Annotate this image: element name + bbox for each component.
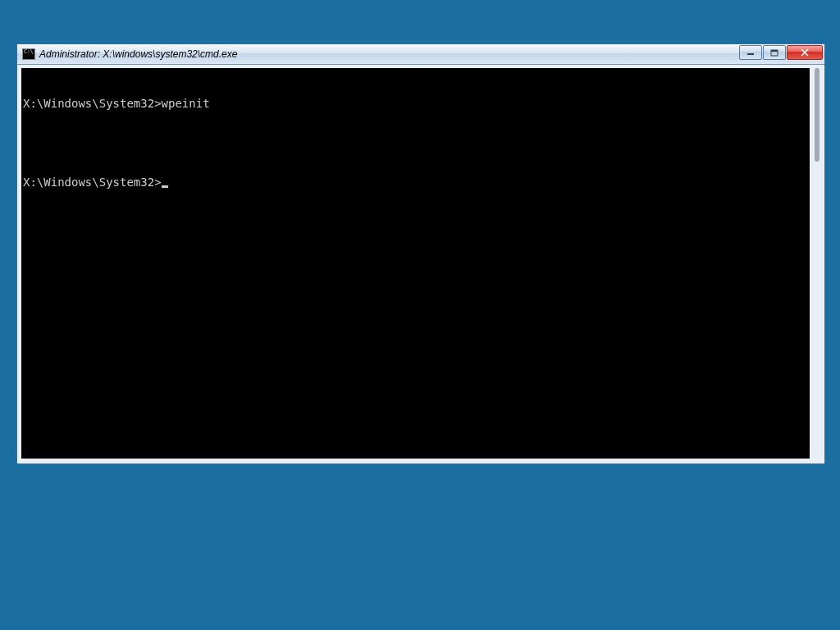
svg-rect-2 — [771, 50, 778, 52]
command-text: wpeinit — [162, 97, 210, 110]
current-prompt: X:\Windows\System32> — [23, 176, 162, 189]
terminal-line: X:\Windows\System32>wpeinit — [23, 97, 808, 110]
scrollbar-thumb[interactable] — [815, 68, 819, 162]
titlebar[interactable]: Administrator: X:\windows\system32\cmd.e… — [17, 44, 824, 65]
cmd-window: Administrator: X:\windows\system32\cmd.e… — [16, 43, 825, 464]
terminal-content: X:\Windows\System32>wpeinit X:\Windows\S… — [21, 68, 810, 217]
terminal-blank-line — [23, 136, 808, 149]
cursor — [162, 185, 168, 188]
svg-rect-0 — [747, 53, 754, 55]
minimize-button[interactable] — [739, 45, 762, 60]
close-button[interactable] — [787, 45, 823, 60]
maximize-button[interactable] — [763, 45, 786, 60]
minimize-icon — [746, 49, 755, 57]
window-title: Administrator: X:\windows\system32\cmd.e… — [39, 48, 237, 60]
terminal-current-line: X:\Windows\System32> — [23, 176, 808, 189]
cmd-icon — [22, 48, 35, 60]
console-area[interactable]: X:\Windows\System32>wpeinit X:\Windows\S… — [21, 68, 810, 459]
maximize-icon — [770, 49, 778, 57]
prompt-text: X:\Windows\System32> — [23, 97, 162, 110]
window-controls — [739, 45, 823, 60]
close-icon — [800, 48, 810, 57]
